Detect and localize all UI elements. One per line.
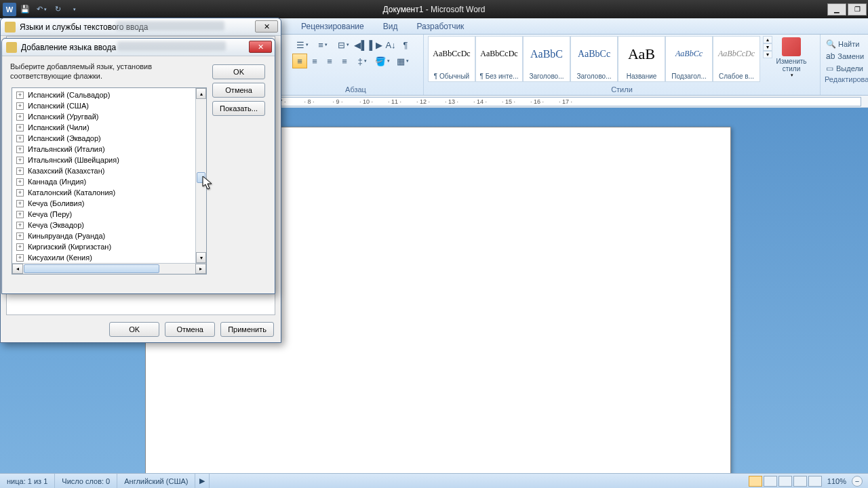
tab-view[interactable]: Вид [374, 20, 408, 33]
qat-customize-icon[interactable]: ▾ [66, 3, 81, 16]
scroll-down-button[interactable]: ▾ [196, 252, 206, 263]
hscroll-thumb[interactable] [24, 264, 159, 273]
status-language[interactable]: Английский (США) [117, 474, 195, 488]
tree-expand-icon[interactable]: + [16, 113, 24, 121]
tree-hscrollbar[interactable]: ◂ ▸ [12, 263, 206, 274]
tab-developer[interactable]: Разработчик [407, 20, 473, 33]
language-tree-item[interactable]: +Киньяруанда (Руанда) [12, 230, 195, 241]
add-language-close-button[interactable]: ✕ [249, 41, 272, 53]
tab-review[interactable]: Рецензирование [292, 20, 374, 33]
language-tree-item[interactable]: +Кечуа (Эквадор) [12, 220, 195, 230]
tree-expand-icon[interactable]: + [16, 243, 24, 251]
scroll-right-button[interactable]: ▸ [195, 264, 206, 274]
language-tree-item[interactable]: +Кисуахили (Кения) [12, 252, 195, 263]
language-tree-item[interactable]: +Испанский (Чили) [12, 122, 195, 133]
borders-button[interactable]: ▦▾ [393, 54, 413, 68]
qat-undo-icon[interactable]: ↶▾ [34, 3, 49, 16]
word-app-icon[interactable]: W [3, 3, 16, 16]
tree-expand-icon[interactable]: + [16, 146, 24, 153]
tree-expand-icon[interactable]: + [16, 102, 24, 110]
replace-button[interactable]: abЗамени [825, 51, 864, 62]
text-services-titlebar[interactable]: Языки и службы текстового ввода ✕ [1, 18, 281, 36]
status-page[interactable]: ница: 1 из 1 [0, 474, 55, 488]
add-language-show-button[interactable]: Показать... [212, 101, 265, 116]
style-item[interactable]: AaBbCЗаголово... [523, 36, 570, 82]
view-draft[interactable] [808, 476, 822, 487]
align-center-button[interactable]: ≡ [307, 54, 322, 68]
tree-expand-icon[interactable]: + [16, 124, 24, 131]
tree-expand-icon[interactable]: + [16, 254, 24, 262]
style-item[interactable]: АаВНазвание [618, 36, 665, 82]
style-item[interactable]: AaBbCcDcСлабое в... [713, 36, 760, 82]
tree-vscrollbar[interactable]: ▴ ▾ [195, 88, 206, 263]
tree-expand-icon[interactable]: + [16, 189, 24, 197]
show-marks-button[interactable]: ¶ [398, 37, 413, 52]
text-services-close-button[interactable]: ✕ [255, 20, 278, 33]
zoom-level[interactable]: 110% [823, 477, 850, 485]
language-tree-item[interactable]: +Итальянский (Швейцария) [12, 155, 195, 165]
zoom-out-button[interactable]: − [852, 476, 863, 487]
scroll-up-button[interactable]: ▴ [196, 88, 206, 99]
language-tree-item[interactable]: +Испанский (США) [12, 100, 195, 111]
text-services-ok-button[interactable]: OK [109, 322, 159, 337]
tree-expand-icon[interactable]: + [16, 211, 24, 218]
multilevel-button[interactable]: ⊟▾ [333, 37, 353, 52]
language-tree-item[interactable]: +Киргизский (Киргизстан) [12, 241, 195, 252]
view-full-screen[interactable] [764, 476, 777, 487]
language-tree-item[interactable]: +Казахский (Казахстан) [12, 165, 195, 176]
qat-redo-icon[interactable]: ↻ [50, 3, 65, 16]
bullets-button[interactable]: ☰▾ [292, 37, 313, 52]
styles-scroll-down[interactable]: ▾ [763, 43, 772, 51]
language-tree-item[interactable]: +Итальянский (Италия) [12, 144, 195, 155]
language-tree-item[interactable]: +Испанский (Эквадор) [12, 133, 195, 144]
tree-expand-icon[interactable]: + [16, 157, 24, 164]
vscroll-thumb[interactable] [197, 172, 205, 183]
tree-expand-icon[interactable]: + [16, 167, 24, 175]
align-right-button[interactable]: ≡ [322, 54, 337, 68]
tree-expand-icon[interactable]: + [16, 178, 24, 186]
style-item[interactable]: AaBbCcПодзагол... [665, 36, 713, 82]
maximize-button[interactable]: ❐ [848, 3, 867, 16]
view-web-layout[interactable] [778, 476, 792, 487]
styles-expand[interactable]: ▾ [763, 51, 772, 58]
shading-button[interactable]: 🪣▾ [372, 54, 393, 68]
sort-button[interactable]: A↓ [383, 37, 398, 52]
tree-expand-icon[interactable]: + [16, 135, 24, 142]
language-tree-item[interactable]: +Каталонский (Каталония) [12, 187, 195, 198]
select-button[interactable]: ▭Выдели [825, 63, 864, 74]
tree-expand-icon[interactable]: + [16, 222, 24, 229]
change-styles-button[interactable]: Изменить стили ▾ [775, 36, 808, 79]
language-tree-item[interactable]: +Кечуа (Перу) [12, 209, 195, 220]
text-services-apply-button[interactable]: Применить [220, 322, 274, 337]
language-tree-item[interactable]: +Испанский (Уругвай) [12, 111, 195, 122]
language-tree-item[interactable]: +Кечуа (Боливия) [12, 198, 195, 209]
blurred-region [116, 21, 224, 30]
styles-scroll-up[interactable]: ▴ [763, 36, 772, 43]
qat-save-icon[interactable]: 💾 [18, 3, 33, 16]
style-item[interactable]: AaBbCcDc¶ Без инте... [475, 36, 523, 82]
add-language-cancel-button[interactable]: Отмена [212, 83, 265, 98]
style-item[interactable]: AaBbCcDc¶ Обычный [428, 36, 475, 82]
tree-expand-icon[interactable]: + [16, 232, 24, 240]
tree-expand-icon[interactable]: + [16, 200, 24, 207]
scroll-left-button[interactable]: ◂ [12, 264, 23, 274]
view-print-layout[interactable] [749, 476, 762, 487]
language-tree-item[interactable]: +Каннада (Индия) [12, 176, 195, 187]
add-language-titlebar[interactable]: Добавление языка ввода ✕ [2, 39, 275, 56]
increase-indent-button[interactable]: ▌▶ [368, 37, 383, 52]
align-left-button[interactable]: ≡ [292, 54, 307, 68]
text-services-cancel-button[interactable]: Отмена [165, 322, 215, 337]
view-outline[interactable] [793, 476, 807, 487]
style-item[interactable]: AaBbCcЗаголово... [570, 36, 618, 82]
status-macro-icon[interactable]: ▶ [195, 474, 210, 488]
add-language-ok-button[interactable]: OK [212, 64, 265, 79]
line-spacing-button[interactable]: ‡▾ [352, 54, 372, 68]
language-tree-item[interactable]: +Испанский (Сальвадор) [12, 89, 195, 100]
minimize-button[interactable]: ▁ [827, 3, 846, 16]
decrease-indent-button[interactable]: ◀▌ [353, 37, 368, 52]
status-word-count[interactable]: Число слов: 0 [55, 474, 117, 488]
justify-button[interactable]: ≡ [337, 54, 352, 68]
numbering-button[interactable]: ≡▾ [313, 37, 333, 52]
find-button[interactable]: 🔍Найти [825, 39, 864, 49]
tree-expand-icon[interactable]: + [16, 92, 24, 99]
